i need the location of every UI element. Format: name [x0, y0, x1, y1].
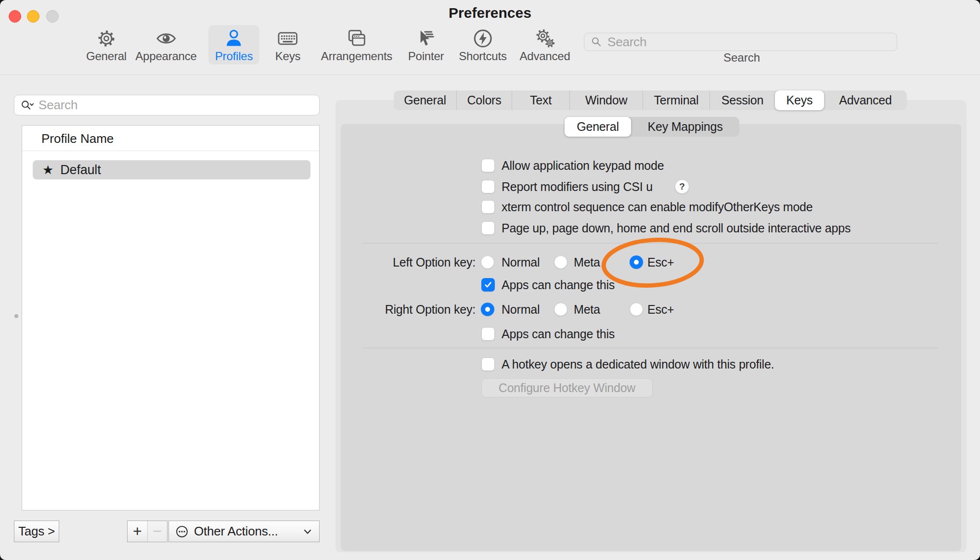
tab-advanced[interactable]: Advanced — [824, 90, 907, 110]
checkmark-icon — [483, 280, 493, 290]
toolbar-item-appearance[interactable]: Appearance — [129, 25, 203, 64]
tab-general[interactable]: General — [394, 90, 456, 110]
radio-label: Meta — [574, 302, 600, 317]
radio-left-option-normal[interactable] — [481, 255, 494, 269]
subtab-general[interactable]: General — [565, 117, 631, 137]
radio-left-option-meta[interactable] — [554, 255, 567, 269]
plus-icon: + — [133, 522, 142, 540]
list-header-separator — [22, 151, 319, 151]
toolbar-search-field[interactable] — [584, 33, 897, 51]
toolbar-label: Arrangements — [321, 50, 392, 63]
radio-left-option-esc[interactable] — [630, 255, 643, 269]
toolbar-item-advanced[interactable]: Advanced — [513, 25, 577, 64]
tab-terminal[interactable]: Terminal — [643, 90, 709, 110]
checkbox-label: Apps can change this — [502, 278, 615, 292]
toolbar-label: General — [86, 50, 127, 63]
profile-search-input[interactable] — [38, 97, 319, 113]
radio-right-option-normal[interactable] — [481, 303, 494, 316]
toolbar-label: Profiles — [215, 50, 253, 63]
toolbar-search-label: Search — [723, 51, 760, 64]
toolbar-item-shortcuts[interactable]: Shortcuts — [452, 25, 514, 64]
checkbox-hotkey-window[interactable] — [481, 357, 495, 371]
eye-icon — [155, 28, 177, 49]
keys-subtab-bar: General Key Mappings — [565, 117, 739, 137]
toolbar-item-pointer[interactable]: Pointer — [401, 25, 451, 64]
profile-list-header: Profile Name — [41, 131, 114, 146]
toolbar-item-arrangements[interactable]: Arrangements — [314, 25, 399, 64]
cursor-icon — [415, 28, 437, 49]
profile-list: Profile Name ★ Default — [22, 125, 320, 510]
checkbox-label: A hotkey opens a dedicated window with t… — [502, 357, 774, 371]
gears-icon — [534, 28, 555, 49]
profile-tab-bar: General Colors Text Window Terminal Sess… — [394, 90, 907, 110]
tab-colors[interactable]: Colors — [456, 90, 512, 110]
chevron-down-icon — [302, 526, 313, 537]
profile-search-field[interactable] — [14, 95, 320, 115]
radio-right-option-esc[interactable] — [630, 303, 643, 316]
toolbar-search-input[interactable] — [606, 34, 897, 50]
profile-row-default[interactable]: ★ Default — [33, 160, 310, 179]
toolbar-label: Advanced — [519, 50, 570, 63]
person-icon — [223, 28, 245, 49]
toolbar-label: Shortcuts — [459, 50, 507, 63]
checkbox-label: Page up, page down, home and end scroll … — [502, 221, 851, 235]
radio-label: Normal — [502, 255, 540, 269]
toolbar-label: Keys — [275, 50, 301, 63]
remove-profile-button[interactable]: − — [148, 521, 168, 542]
section-divider — [363, 243, 938, 243]
keyboard-icon — [277, 28, 298, 49]
search-icon — [590, 36, 603, 48]
radio-right-option-meta[interactable] — [554, 303, 567, 316]
left-option-key-label: Left Option key: — [331, 255, 476, 269]
checkbox-keypad-mode[interactable] — [481, 159, 495, 172]
search-menu-icon — [20, 98, 35, 113]
radio-label: Meta — [574, 255, 600, 269]
minus-icon: − — [153, 522, 162, 540]
checkbox-label: Apps can change this — [502, 327, 615, 341]
add-profile-button[interactable]: + — [128, 521, 148, 542]
configure-hotkey-window-button[interactable]: Configure Hotkey Window — [481, 378, 653, 397]
radio-label: Normal — [502, 302, 540, 317]
star-icon: ★ — [42, 163, 53, 178]
toolbar-label: Appearance — [135, 50, 196, 63]
toolbar-item-general[interactable]: General — [79, 25, 133, 64]
add-remove-group: + − — [127, 521, 168, 542]
other-actions-dropdown[interactable]: Other Actions... — [168, 521, 320, 542]
windows-icon — [346, 28, 367, 49]
checkbox-label: xterm control sequence can enable modify… — [502, 200, 813, 214]
preferences-window: Preferences General Appearance Profiles — [0, 0, 980, 560]
bolt-icon — [472, 28, 493, 49]
ellipsis-circle-icon — [175, 524, 189, 539]
checkbox-page-scroll[interactable] — [481, 221, 495, 235]
toolbar-divider — [0, 75, 980, 75]
subtab-key-mappings[interactable]: Key Mappings — [631, 117, 739, 137]
profile-name: Default — [60, 163, 101, 178]
tab-text[interactable]: Text — [512, 90, 569, 110]
toolbar-item-profiles[interactable]: Profiles — [208, 25, 259, 64]
checkbox-label: Allow application keypad mode — [502, 158, 664, 173]
section-divider — [363, 348, 938, 348]
other-actions-label: Other Actions... — [194, 524, 278, 539]
toolbar-label: Pointer — [408, 50, 444, 63]
tags-button[interactable]: Tags > — [14, 521, 59, 542]
tab-session[interactable]: Session — [709, 90, 775, 110]
checkbox-label: Report modifiers using CSI u — [502, 179, 653, 194]
splitter-dot — [14, 314, 18, 318]
radio-label: Esc+ — [647, 255, 674, 269]
checkbox-left-apps-change[interactable] — [481, 278, 495, 292]
checkbox-csi-u[interactable] — [481, 180, 495, 193]
tab-keys[interactable]: Keys — [775, 90, 824, 110]
checkbox-modify-other-keys[interactable] — [481, 200, 495, 214]
gear-icon — [96, 28, 117, 49]
tab-window[interactable]: Window — [569, 90, 643, 110]
toolbar-item-keys[interactable]: Keys — [269, 25, 308, 64]
tags-button-label: Tags > — [18, 524, 55, 539]
right-option-key-label: Right Option key: — [331, 302, 476, 317]
window-title: Preferences — [0, 5, 980, 21]
checkbox-right-apps-change[interactable] — [481, 327, 495, 341]
radio-label: Esc+ — [647, 302, 674, 317]
help-button[interactable]: ? — [675, 179, 689, 194]
